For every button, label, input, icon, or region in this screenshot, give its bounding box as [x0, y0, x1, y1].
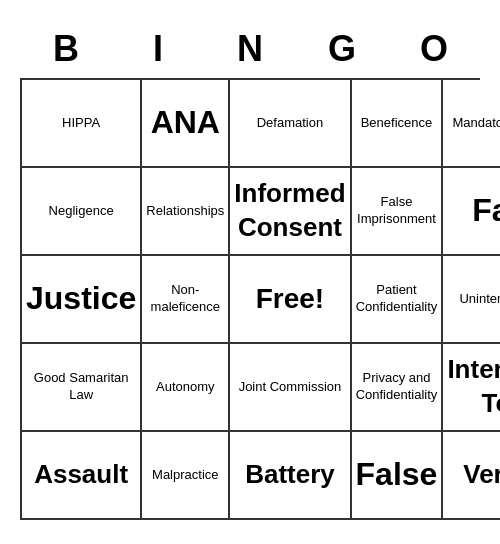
- bingo-cell-6: Relationships: [142, 168, 230, 256]
- bingo-cell-7: Informed Consent: [230, 168, 351, 256]
- bingo-cell-18: Privacy and Confidentiality: [352, 344, 444, 432]
- header-letter-N: N: [204, 24, 296, 74]
- bingo-cell-12: Free!: [230, 256, 351, 344]
- bingo-cell-5: Negligence: [22, 168, 142, 256]
- bingo-cell-13: Patient Confidentiality: [352, 256, 444, 344]
- bingo-cell-15: Good Samaritan Law: [22, 344, 142, 432]
- header-letter-I: I: [112, 24, 204, 74]
- bingo-grid: HIPPAANADefamationBeneficenceMandatory R…: [20, 78, 480, 520]
- bingo-cell-9: False: [443, 168, 500, 256]
- bingo-cell-8: False Imprisonment: [352, 168, 444, 256]
- bingo-cell-2: Defamation: [230, 80, 351, 168]
- header-letter-G: G: [296, 24, 388, 74]
- bingo-cell-14: Unintentional Torts: [443, 256, 500, 344]
- bingo-cell-4: Mandatory Reporting: [443, 80, 500, 168]
- bingo-cell-17: Joint Commission: [230, 344, 351, 432]
- bingo-cell-1: ANA: [142, 80, 230, 168]
- header-letter-B: B: [20, 24, 112, 74]
- bingo-cell-24: Veracity: [443, 432, 500, 520]
- bingo-cell-19: Intentional Torts: [443, 344, 500, 432]
- bingo-cell-22: Battery: [230, 432, 351, 520]
- bingo-cell-3: Beneficence: [352, 80, 444, 168]
- bingo-cell-16: Autonomy: [142, 344, 230, 432]
- bingo-cell-20: Assault: [22, 432, 142, 520]
- bingo-cell-10: Justice: [22, 256, 142, 344]
- bingo-cell-0: HIPPA: [22, 80, 142, 168]
- header-letter-O: O: [388, 24, 480, 74]
- bingo-card: BINGO HIPPAANADefamationBeneficenceManda…: [10, 14, 490, 530]
- bingo-cell-11: Non-maleficence: [142, 256, 230, 344]
- bingo-cell-23: False: [352, 432, 444, 520]
- bingo-header: BINGO: [20, 24, 480, 74]
- bingo-cell-21: Malpractice: [142, 432, 230, 520]
